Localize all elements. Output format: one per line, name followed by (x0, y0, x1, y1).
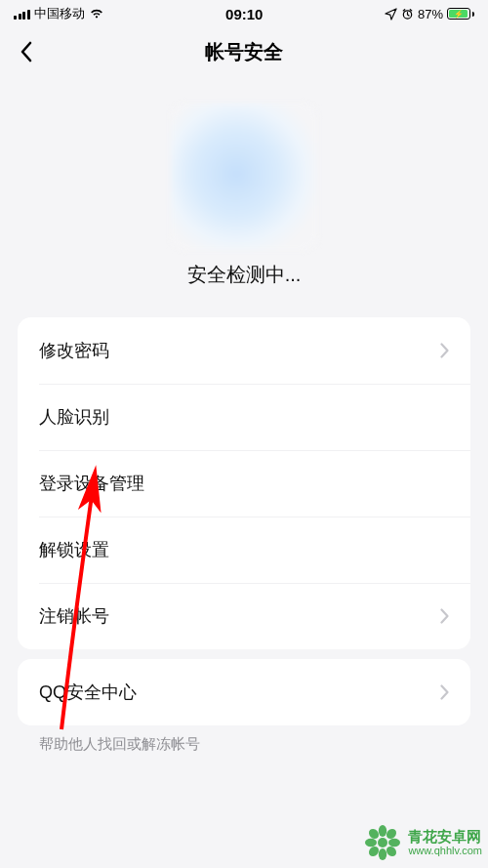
security-status-text: 安全检测中... (187, 262, 302, 288)
item-label: 注销帐号 (39, 604, 109, 628)
item-label: 人脸识别 (39, 405, 109, 429)
back-button[interactable] (12, 37, 41, 66)
svg-point-9 (385, 845, 398, 858)
svg-point-2 (379, 825, 386, 837)
security-shield-image (171, 103, 317, 250)
nav-header: 帐号安全 (0, 27, 488, 76)
svg-point-5 (388, 839, 400, 847)
settings-group-1: 修改密码 人脸识别 登录设备管理 解锁设置 注销帐号 (18, 317, 470, 649)
page-title: 帐号安全 (205, 39, 283, 65)
chevron-right-icon (440, 684, 449, 700)
watermark-text: 青花安卓网 www.qhhlv.com (408, 828, 482, 857)
status-right: 87% ⚡ (385, 7, 474, 21)
status-bar: 中国移动 09:10 87% ⚡ (0, 0, 488, 27)
item-qq-security-center[interactable]: QQ安全中心 (18, 659, 470, 725)
watermark-logo-icon (363, 823, 402, 862)
status-time: 09:10 (225, 6, 263, 22)
wifi-icon (89, 8, 104, 20)
security-hero: 安全检测中... (0, 76, 488, 308)
item-label: QQ安全中心 (39, 681, 137, 704)
footer-hint: 帮助他人找回或解冻帐号 (39, 735, 488, 754)
item-label: 登录设备管理 (39, 472, 144, 495)
status-left: 中国移动 (14, 5, 104, 22)
signal-icon (14, 8, 30, 20)
watermark-url: www.qhhlv.com (408, 845, 482, 857)
item-delete-account[interactable]: 注销帐号 (18, 583, 470, 649)
item-face-recognition[interactable]: 人脸识别 (18, 384, 470, 450)
carrier-label: 中国移动 (34, 5, 85, 22)
item-change-password[interactable]: 修改密码 (18, 317, 470, 384)
battery-percent: 87% (418, 7, 443, 21)
item-label: 修改密码 (39, 339, 109, 362)
watermark: 青花安卓网 www.qhhlv.com (363, 823, 482, 862)
chevron-right-icon (440, 608, 449, 624)
battery-icon: ⚡ (447, 8, 474, 20)
svg-point-1 (378, 838, 387, 847)
item-unlock-settings[interactable]: 解锁设置 (18, 517, 470, 583)
svg-point-8 (367, 845, 381, 858)
chevron-right-icon (440, 343, 449, 358)
svg-point-6 (367, 827, 381, 841)
item-login-device-management[interactable]: 登录设备管理 (18, 450, 470, 517)
svg-point-7 (385, 827, 398, 841)
location-icon (385, 8, 397, 21)
item-label: 解锁设置 (39, 538, 109, 561)
svg-point-4 (365, 839, 377, 847)
watermark-name: 青花安卓网 (408, 828, 482, 845)
settings-group-2: QQ安全中心 (18, 659, 470, 725)
svg-point-3 (379, 848, 386, 860)
alarm-icon (401, 8, 414, 21)
